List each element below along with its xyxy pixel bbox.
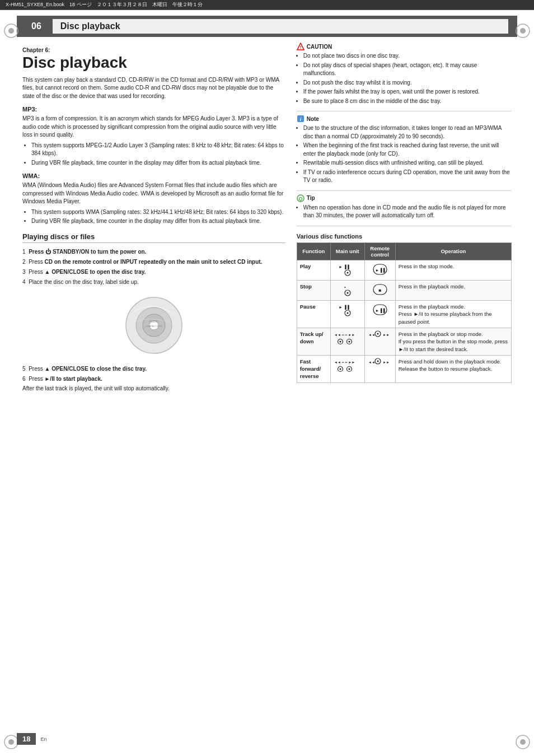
svg-point-51 (377, 360, 378, 362)
note-item-3: Rewritable multi-session discs with unfi… (303, 159, 512, 167)
mp3-bullet-2: During VBR file playback, time counter i… (31, 159, 285, 167)
svg-point-37 (339, 340, 341, 342)
step-4: 4 Place the disc on the disc tray, label… (22, 278, 285, 286)
svg-text:Q: Q (298, 196, 302, 202)
step-3: 3 Press ▲ OPEN/CLOSE to open the disc tr… (22, 268, 285, 276)
mp3-text: MP3 is a form of compression. It is an a… (22, 115, 285, 139)
svg-point-27 (346, 292, 348, 293)
tip-box: Q Tip When no operation has done in CD m… (297, 194, 512, 220)
chapter-title-strip: Disc playback (53, 19, 508, 34)
svg-text:◄◄ •• •• ►►: ◄◄ •• •• ►► (334, 333, 355, 337)
svg-point-7 (520, 739, 526, 745)
caution-label: CAUTION (307, 44, 332, 50)
svg-text:►►: ►► (383, 361, 390, 364)
caution-list: Do not place two discs in one disc tray.… (303, 52, 512, 105)
tip-icon: Q (297, 194, 305, 202)
svg-text:►▐▐: ►▐▐ (375, 268, 385, 273)
op-stop: Press in the playback mode. (395, 280, 511, 300)
svg-text:■: ■ (378, 288, 381, 293)
wma-heading: WMA: (22, 172, 285, 179)
chapter-strip: 06 Disc playback (17, 16, 517, 37)
caution-title: ! CAUTION (297, 43, 512, 50)
divider-1 (297, 111, 512, 111)
note-item-4: If TV or radio interference occurs durin… (303, 169, 512, 185)
wma-bullet-2: During VBR file playback, time counter i… (31, 217, 285, 226)
svg-point-46 (339, 368, 341, 370)
svg-point-48 (348, 368, 350, 370)
svg-point-42 (377, 333, 378, 334)
func-track: Track up/down (297, 328, 330, 355)
main-pause: ► ▐▐ (330, 301, 364, 328)
right-column: ! CAUTION Do not place two discs in one … (297, 43, 512, 395)
op-fast: Press and hold down in the playback mode… (395, 355, 511, 382)
func-stop: Stop (297, 280, 330, 300)
table-row: Stop • ■ (297, 280, 511, 300)
step-5: 5 Press ▲ OPEN/CLOSE to close the disc t… (22, 365, 285, 373)
main-fast: ◄◄ •• •• ►► (330, 355, 364, 382)
main-title: Disc playback (22, 54, 285, 72)
remote-play: ►▐▐ (364, 260, 395, 280)
remote-track: ◄◄ ►► (364, 328, 395, 355)
op-track: Press in the playback or stop mode.If yo… (395, 328, 511, 355)
caution-icon: ! (297, 43, 305, 50)
cd-svg: AUDIO COMPACT DISC (123, 295, 185, 356)
step-2: 2 Press CD on the remote control or INPU… (22, 258, 285, 266)
svg-text:AUDIO: AUDIO (149, 320, 158, 323)
content-area: Chapter 6: Disc playback This system can… (17, 43, 517, 395)
corner-decoration-tl (3, 22, 20, 39)
step-6: 6 Press ►/II to start playback. (22, 375, 285, 383)
left-column: Chapter 6: Disc playback This system can… (22, 43, 285, 395)
col-function: Function (297, 242, 330, 260)
caution-item-5: Be sure to place 8 cm disc in the middle… (303, 97, 512, 106)
note-title: i Note (297, 115, 512, 123)
wma-text: WMA (Windows Media Audio) files are Adva… (22, 181, 285, 206)
footer: 18 En (17, 733, 517, 745)
table-row: Play ► ▐▐ ►▐▐ (297, 260, 511, 280)
remote-fast: ◄◄ ►► (364, 355, 395, 382)
mp3-bullets: This system supports MPEG-1/2 Audio Laye… (31, 142, 285, 167)
svg-text:► ▐▐: ► ▐▐ (339, 305, 349, 310)
corner-decoration-tr (514, 22, 531, 39)
caution-item-1: Do not place two discs in one disc tray. (303, 52, 512, 60)
intro-text: This system can play back a standard CD,… (22, 76, 285, 101)
chapter-label: Chapter 6: (22, 47, 285, 53)
svg-text:•: • (344, 284, 346, 290)
svg-text:COMPACT DISC: COMPACT DISC (146, 325, 162, 328)
func-pause: Pause (297, 301, 330, 328)
caution-box: ! CAUTION Do not place two discs in one … (297, 43, 512, 105)
col-remote-control: Remote control (364, 242, 395, 260)
playing-section-heading: Playing discs or files (22, 232, 285, 243)
note-item-1: Due to the structure of the disc informa… (303, 124, 512, 141)
page-language: En (40, 736, 46, 742)
note-icon: i (297, 115, 305, 123)
svg-point-22 (346, 272, 348, 273)
svg-text:◄◄: ◄◄ (368, 333, 375, 337)
svg-point-1 (8, 28, 14, 34)
file-info: X-HM51_SYXE8_En.book 18 ページ ２０１３年３月２８日 木… (6, 1, 203, 8)
op-play: Press in the stop mode. (395, 260, 511, 280)
cd-image: AUDIO COMPACT DISC (120, 292, 188, 359)
main-play: ► ▐▐ (330, 260, 364, 280)
page-number: 18 (17, 733, 36, 745)
svg-point-39 (348, 340, 350, 342)
svg-point-32 (346, 312, 348, 314)
wma-bullets: This system supports WMA (Sampling rates… (31, 208, 285, 226)
caution-item-3: Do not push the disc tray whilst it is m… (303, 79, 512, 87)
svg-point-3 (520, 28, 526, 34)
svg-text:►►: ►► (383, 333, 390, 337)
note-label: Note (307, 116, 319, 122)
wma-bullet-1: This system supports WMA (Sampling rates… (31, 208, 285, 217)
svg-text:►▐▐: ►▐▐ (375, 308, 385, 314)
svg-text:◄◄: ◄◄ (368, 361, 375, 364)
svg-text:► ▐▐: ► ▐▐ (339, 264, 349, 270)
caution-item-2: Do not play discs of special shapes (hea… (303, 62, 512, 78)
svg-text:◄◄ •• •• ►►: ◄◄ •• •• ►► (334, 361, 355, 364)
table-row: Pause ► ▐▐ ►▐▐ (297, 301, 511, 328)
remote-stop: ■ (364, 280, 395, 300)
divider-2 (297, 190, 512, 191)
func-play: Play (297, 260, 330, 280)
chapter-number: 06 (26, 19, 47, 34)
table-heading: Various disc functions (297, 233, 512, 240)
tip-label: Tip (307, 195, 315, 201)
note-box: i Note Due to the structure of the disc … (297, 115, 512, 185)
